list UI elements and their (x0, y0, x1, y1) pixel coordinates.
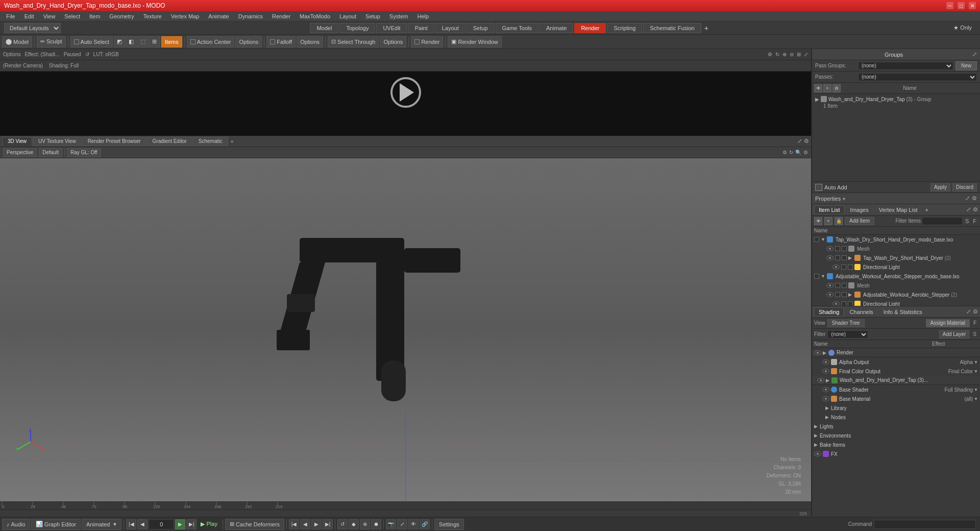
tab-layout[interactable]: Layout (435, 23, 465, 33)
menu-texture[interactable]: Texture (139, 12, 166, 20)
add-item-btn[interactable]: Add Item (845, 217, 874, 225)
vtab-3dview[interactable]: 3D View (2, 137, 32, 146)
menu-geometry[interactable]: Geometry (105, 12, 138, 20)
select-icon-1[interactable]: ◩ (114, 36, 125, 47)
menu-layout[interactable]: Layout (335, 12, 360, 20)
eye-4[interactable] (826, 283, 834, 288)
key-btn[interactable]: ◆ (349, 519, 359, 529)
shader-env-row[interactable]: ▶ Environments (812, 431, 980, 440)
shader-library-row[interactable]: ▶ Library (812, 403, 980, 413)
new-group-btn[interactable]: New (955, 61, 977, 70)
tab-uvedit[interactable]: UVEdit (376, 23, 407, 33)
f-label[interactable]: F (972, 320, 978, 326)
item-list-settings-icon[interactable]: ⚙ (973, 206, 978, 213)
options-btn-1[interactable]: Options (235, 36, 262, 47)
render-update-icon[interactable]: ↺ (85, 52, 89, 57)
frame-input[interactable] (149, 519, 174, 529)
shader-alpha-row[interactable]: Alpha Output Alpha ▼ (812, 357, 980, 367)
eye-2[interactable] (826, 255, 834, 260)
item-list-expand-icon[interactable]: ⤢ (966, 206, 971, 213)
menu-render[interactable]: Render (268, 12, 295, 20)
basematerial-dropdown[interactable]: ▼ (974, 397, 978, 401)
vtab-uv[interactable]: UV Texture View (33, 137, 82, 146)
animated-btn[interactable]: Animated Animated ▼ (82, 519, 121, 530)
shader-basematerial-row[interactable]: Base Material (all) ▼ (812, 394, 980, 403)
tab-model[interactable]: Model (310, 23, 338, 33)
item-check-g2[interactable] (835, 292, 840, 297)
play-label[interactable]: ▶ Play (198, 521, 220, 527)
render-expand-icon[interactable]: ⤢ (804, 52, 808, 57)
options-btn-3[interactable]: Options (380, 36, 406, 47)
menu-file[interactable]: File (2, 12, 19, 20)
vtab-schematic[interactable]: Schematic (193, 137, 228, 146)
pb-next[interactable]: ▶ (311, 519, 322, 529)
shader-nodes-row[interactable]: ▶ Nodes (812, 413, 980, 422)
audio-btn[interactable]: ♪ ♪ Audio Audio (2, 519, 30, 530)
eye-1[interactable] (826, 246, 834, 251)
menu-dynamics[interactable]: Dynamics (234, 12, 267, 20)
vtab-gradient[interactable]: Gradient Editor (147, 137, 192, 146)
discard-btn[interactable]: Discard (952, 183, 977, 191)
viewport-expand-icon[interactable]: ⤢ (797, 138, 802, 144)
tab-animate[interactable]: Animate (540, 23, 573, 33)
tab-scripting[interactable]: Scripting (607, 23, 642, 33)
select-icon-3[interactable]: ⬚ (137, 36, 149, 47)
group-item-main[interactable]: ▶ Wash_and_Dry_Hand_Dryer_Tap (3) - Grou… (813, 95, 979, 103)
shader-eye-6[interactable] (822, 396, 829, 401)
items-btn[interactable]: Items (161, 36, 182, 47)
menu-maxtomodo[interactable]: MaxToModo (296, 12, 334, 20)
next-frame-btn[interactable]: ▶| (186, 519, 197, 529)
snap-btn[interactable]: 🔗 (420, 519, 430, 529)
cache-deformers-btn[interactable]: ⊞ Cache Deformers (225, 519, 284, 530)
tab-topology[interactable]: Topology (339, 23, 375, 33)
action-center-btn[interactable]: Action Center (187, 36, 235, 47)
auto-select-btn[interactable]: Auto Select (70, 36, 113, 47)
shader-eye-2[interactable] (822, 359, 829, 365)
add-layer-btn[interactable]: Add Layer (939, 330, 970, 339)
shader-bake-row[interactable]: ▶ Bake Items (812, 440, 980, 449)
render-options-label[interactable]: Options (3, 52, 20, 57)
shading-expand-icon[interactable]: ⤢ (966, 308, 971, 315)
item-check-l1b[interactable] (848, 264, 853, 270)
tab-images[interactable]: Images (846, 205, 873, 214)
tab-shading[interactable]: Shading (814, 307, 844, 317)
pb-skip-start[interactable]: |◀ (289, 519, 299, 529)
properties-settings-icon[interactable]: ⚙ (972, 195, 977, 202)
item-row-scene2[interactable]: ▼ Adjustable_Workout_Aerobic_Stepper_mod… (812, 272, 980, 281)
item-check-g2b[interactable] (842, 292, 847, 297)
select-icon-4[interactable]: ⊞ (149, 36, 160, 47)
shader-scene-row[interactable]: ▶ Wash_and_Dry_Hand_Dryer_Tap (3)... (812, 376, 980, 385)
star-only-btn[interactable]: ★ Only (949, 23, 976, 32)
item-check-m1[interactable] (835, 246, 840, 251)
properties-expand-icon[interactable]: ⤢ (965, 195, 970, 202)
auto-add-checkbox[interactable] (815, 184, 822, 191)
record-btn[interactable]: ⏺ (371, 519, 381, 529)
shader-final-row[interactable]: Final Color Output Final Color ▼ (812, 367, 980, 376)
minimize-btn[interactable]: ─ (946, 2, 953, 9)
item-row-group1[interactable]: ▶ Tap_Wash_Dry_Short_Hand_Dryer (2) (812, 253, 980, 262)
item-check-g1[interactable] (835, 255, 840, 260)
select-through-btn[interactable]: ⊡ Select Through (328, 36, 379, 47)
menu-view[interactable]: View (39, 12, 60, 20)
vp-settings-icon[interactable]: ⚙ (782, 150, 787, 155)
item-s-btn[interactable]: S (964, 218, 970, 224)
viewport-settings-icon[interactable]: ⚙ (804, 138, 809, 144)
item-check-m2b[interactable] (842, 283, 847, 288)
menu-select[interactable]: Select (60, 12, 84, 20)
tab-schematic[interactable]: Schematic Fusion (643, 23, 701, 33)
item-add-btn[interactable]: + (824, 217, 832, 225)
tab-add-btn[interactable]: + (702, 24, 710, 32)
menu-animate[interactable]: Animate (204, 12, 233, 20)
item-check-l2[interactable] (841, 301, 846, 306)
item-row-light1[interactable]: Directional Light (812, 262, 980, 272)
item-eye-btn[interactable]: 👁 (814, 217, 822, 225)
pb-prev[interactable]: ◀ (300, 519, 310, 529)
vp-refresh-icon[interactable]: ↻ (789, 150, 793, 155)
view-style-btn[interactable]: Default (39, 148, 62, 157)
render-fit-icon[interactable]: ⊞ (797, 52, 801, 57)
eye-3[interactable] (832, 264, 840, 270)
shader-eye-fx[interactable] (814, 451, 821, 456)
tab-vertex-map[interactable]: Vertex Map List (874, 205, 922, 214)
vtab-add[interactable]: + (231, 138, 234, 144)
sculpt-btn[interactable]: ✏ Sculpt (37, 36, 66, 47)
